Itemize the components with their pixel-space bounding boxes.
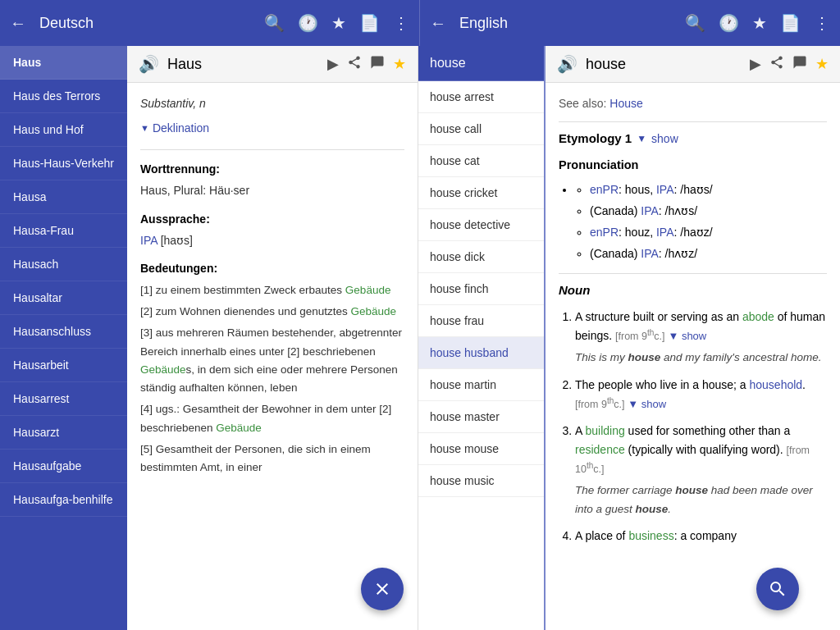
- search-icon-right[interactable]: 🔍: [685, 13, 705, 33]
- sidebar-item[interactable]: Haus: [0, 46, 127, 80]
- see-also-link[interactable]: House: [609, 97, 642, 110]
- word-list-item[interactable]: house mouse: [418, 433, 544, 465]
- word-list-item[interactable]: house master: [418, 401, 544, 433]
- word-list-item[interactable]: house cricket: [418, 177, 544, 209]
- history-icon-left[interactable]: 🕐: [298, 13, 318, 33]
- sidebar-item[interactable]: Hausarbeit: [0, 349, 127, 382]
- sidebar-item[interactable]: Hausarrest: [0, 382, 127, 416]
- play-icon-left[interactable]: ▶: [327, 55, 339, 73]
- back-button-right[interactable]: ←: [430, 14, 446, 33]
- gebaude-link[interactable]: Gebäude: [350, 305, 396, 317]
- search-icon-left[interactable]: 🔍: [264, 13, 285, 33]
- sidebar-item[interactable]: Haus und Hof: [0, 113, 127, 147]
- sidebar-item[interactable]: Hausach: [0, 248, 127, 281]
- word-list-item[interactable]: house cat: [418, 145, 544, 177]
- abode-link[interactable]: abode: [742, 310, 774, 323]
- note-icon-right[interactable]: [792, 55, 807, 74]
- bedeutung-item: [4] ugs.: Gesamtheit der Bewohner in dem…: [140, 400, 404, 437]
- sidebar-item[interactable]: Hausa-Frau: [0, 214, 127, 248]
- fab-right[interactable]: [756, 568, 799, 610]
- word-list-item[interactable]: house call: [418, 113, 544, 145]
- left-sidebar: HausHaus des TerrorsHaus und HofHaus-Hau…: [0, 46, 127, 630]
- word-list-item[interactable]: house detective: [418, 209, 544, 241]
- star-icon-right[interactable]: ★: [752, 13, 767, 33]
- sidebar-item[interactable]: Hausaufga-benhilfe: [0, 483, 127, 517]
- gebaude-link[interactable]: Gebäude: [345, 284, 391, 296]
- book-icon-left[interactable]: 📄: [359, 13, 380, 33]
- sidebar-item[interactable]: Haus-Haus-Verkehr: [0, 147, 127, 180]
- word-list-item[interactable]: house dick: [418, 241, 544, 273]
- fab-left[interactable]: [361, 568, 404, 610]
- word-list-item[interactable]: house finch: [418, 273, 544, 305]
- word-list-item[interactable]: house frau: [418, 305, 544, 337]
- content-left-header: 🔊 Haus ▶ ★: [127, 46, 418, 83]
- sidebar-item[interactable]: Hausa: [0, 180, 127, 214]
- deklination-button[interactable]: ▼ Deklination: [140, 119, 404, 137]
- ipa-phonetic: [haʊs]: [161, 234, 193, 247]
- def-item-2: The people who live in a house; a househ…: [575, 376, 827, 413]
- speaker-icon-right[interactable]: 🔊: [557, 54, 578, 74]
- def-item-4: A place of business: a company: [575, 527, 827, 546]
- share-icon-left[interactable]: [347, 55, 362, 74]
- top-bar-right: ← English 🔍 🕐 ★ 📄 ⋮: [420, 0, 840, 46]
- note-icon-left[interactable]: [370, 55, 385, 74]
- see-also-label: See also:: [559, 97, 606, 110]
- word-list-item[interactable]: house husband: [418, 337, 544, 369]
- ipa-label-3: IPA: [656, 226, 674, 239]
- def-item-3: A building used for something other than…: [575, 422, 827, 518]
- play-icon-right[interactable]: ▶: [750, 55, 761, 73]
- gebaude-link[interactable]: Gebäude: [216, 422, 262, 434]
- word-list-item[interactable]: house arrest: [418, 81, 544, 113]
- etymology-show[interactable]: show: [651, 130, 678, 148]
- book-icon-right[interactable]: 📄: [780, 13, 801, 33]
- sidebar-item[interactable]: Hausaufgabe: [0, 450, 127, 483]
- back-button-left[interactable]: ←: [10, 14, 26, 33]
- business-link[interactable]: business: [628, 529, 673, 542]
- star-icon-left[interactable]: ★: [331, 13, 346, 33]
- see-also: See also: House: [559, 94, 827, 113]
- fav-icon-left[interactable]: ★: [393, 55, 406, 73]
- content-right: 🔊 house ▶ ★ See also: House Etymology 1 …: [546, 46, 840, 630]
- sidebar-item[interactable]: Hausarzt: [0, 416, 127, 450]
- pron-item-2: (Canada) IPA: /hʌʊs/: [590, 202, 827, 221]
- worttrennung-label: Worttrennung:: [140, 160, 404, 178]
- speaker-icon-left[interactable]: 🔊: [139, 54, 159, 74]
- sidebar-item[interactable]: Haus des Terrors: [0, 80, 127, 113]
- content-left: 🔊 Haus ▶ ★ Substantiv, n ▼ Deklination W…: [127, 46, 418, 630]
- menu-icon-right[interactable]: ⋮: [814, 13, 830, 33]
- bedeutungen-list: [1] zu einem bestimmten Zweck erbautes G…: [140, 281, 404, 477]
- sidebar-item[interactable]: Hausaltar: [0, 281, 127, 315]
- right-header: 🔊 house ▶ ★: [546, 46, 840, 83]
- enpr-label-2: enPR: [590, 226, 619, 239]
- menu-icon-left[interactable]: ⋮: [393, 13, 409, 33]
- deklination-label: Deklination: [153, 119, 209, 137]
- word-list-item[interactable]: house martin: [418, 369, 544, 401]
- share-icon-right[interactable]: [769, 55, 784, 74]
- word-list-item[interactable]: house music: [418, 465, 544, 497]
- content-left-body: Substantiv, n ▼ Deklination Worttrennung…: [127, 83, 418, 491]
- left-header-word: Haus: [167, 56, 319, 73]
- divider-right-2: [559, 273, 827, 274]
- word-list-items: house arresthouse callhouse cathouse cri…: [418, 81, 544, 497]
- show-toggle-2[interactable]: ▼ show: [628, 398, 666, 410]
- etymology-header: Etymology 1 ▼ show: [559, 129, 827, 149]
- ipa-label-4: IPA: [641, 247, 659, 260]
- sidebar-item[interactable]: Hausanschluss: [0, 315, 127, 349]
- show-toggle-1[interactable]: ▼ show: [668, 330, 706, 342]
- bedeutung-item: [2] zum Wohnen dienendes und genutztes G…: [140, 303, 404, 321]
- ipa-label-2: IPA: [641, 204, 659, 217]
- right-body: See also: House Etymology 1 ▼ show Pronu…: [546, 83, 840, 565]
- word-list-header: house: [418, 46, 544, 81]
- top-bar-left: ← Deutsch 🔍 🕐 ★ 📄 ⋮: [0, 0, 420, 46]
- gebaude-link[interactable]: Gebäude: [140, 363, 186, 376]
- fav-icon-right[interactable]: ★: [815, 55, 829, 73]
- divider-right-1: [559, 121, 827, 122]
- building-link[interactable]: building: [585, 424, 624, 437]
- pron-item-3: enPR: houz, IPA: /haʊz/: [590, 223, 827, 242]
- residence-link[interactable]: residence: [575, 443, 625, 456]
- bedeutung-item: [1] zu einem bestimmten Zweck erbautes G…: [140, 281, 404, 299]
- household-link[interactable]: household: [749, 378, 802, 391]
- ipa-link[interactable]: IPA: [140, 234, 158, 247]
- history-icon-right[interactable]: 🕐: [719, 13, 739, 33]
- main-area: HausHaus des TerrorsHaus und HofHaus-Hau…: [0, 46, 840, 630]
